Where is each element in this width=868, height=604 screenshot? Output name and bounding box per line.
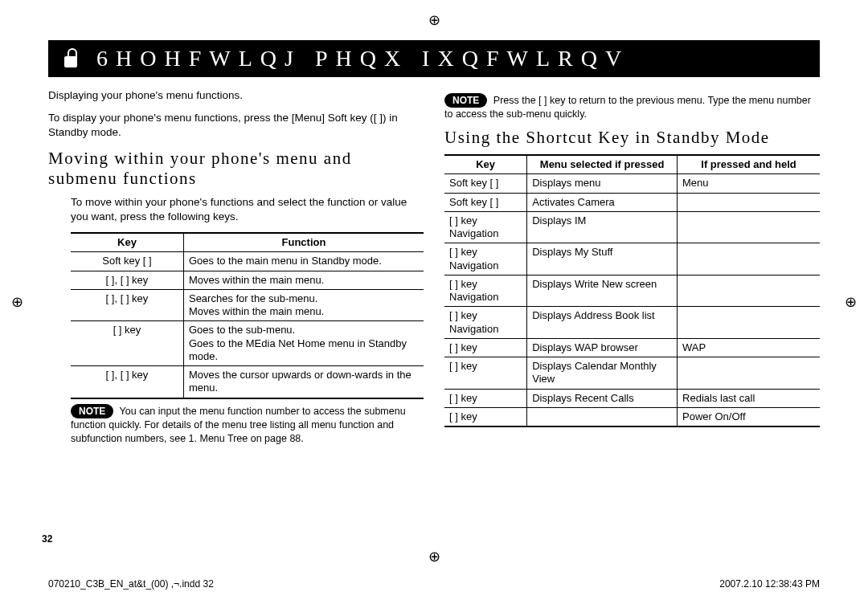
- print-footer: 070210_C3B_EN_at&t_(00) ,¬.indd 32 2007.…: [48, 578, 820, 590]
- registration-mark-right: ⊕: [845, 293, 857, 311]
- cell-held: WAP: [678, 338, 820, 357]
- cell-key: [ ] key Navigation: [444, 307, 527, 339]
- cell-key: Soft key [ ]: [444, 193, 527, 211]
- cell-menu: Displays Address Book list: [527, 307, 678, 339]
- page-title: 6HOHFWLQJ PHQX IXQFWLRQV: [96, 46, 629, 71]
- table-row: [ ] keyDisplays Calendar Monthly View: [444, 357, 820, 390]
- cell-menu: Displays My Stuff: [527, 243, 678, 275]
- table-row: [ ], [ ] key Searches for the sub-menu. …: [71, 289, 424, 321]
- subheading-shortcut: Using the Shortcut Key in Standby Mode: [444, 128, 820, 148]
- table-row: [ ] key NavigationDisplays IM: [444, 211, 820, 243]
- col-key: Key: [71, 233, 183, 252]
- key-function-table: Key Function Soft key [ ] Goes to the ma…: [71, 232, 424, 399]
- col-key: Key: [444, 155, 527, 174]
- cell-held: Power On/Off: [678, 407, 820, 426]
- table-row: [ ] key NavigationDisplays Write New scr…: [444, 275, 820, 307]
- cell-key: [ ] key Navigation: [444, 275, 527, 307]
- intro-text-1: Displaying your phone's menu functions.: [48, 88, 424, 103]
- cell-menu: Displays Recent Calls: [527, 389, 678, 407]
- table-header-row: Key Function: [71, 233, 424, 252]
- cell-key: [ ] key Navigation: [444, 211, 527, 243]
- cell-held: [678, 211, 820, 243]
- cell-key: [ ] key: [71, 321, 183, 366]
- note-block: NOTE You can input the menu function num…: [71, 404, 424, 446]
- cell-held: [678, 193, 820, 211]
- registration-mark-bottom: ⊕: [428, 548, 440, 565]
- cell-menu: [527, 407, 678, 426]
- cell-function: Moves within the main menu.: [183, 271, 424, 289]
- page-number: 32: [42, 533, 52, 545]
- table-row: [ ] keyDisplays Recent CallsRedials last…: [444, 389, 820, 407]
- cell-menu: Displays IM: [527, 211, 678, 243]
- footer-left: 070210_C3B_EN_at&t_(00) ,¬.indd 32: [48, 578, 214, 590]
- table-row: Soft key [ ]Displays menuMenu: [444, 174, 820, 193]
- table-row: Soft key [ ] Goes to the main menu in St…: [71, 252, 424, 271]
- cell-key: Soft key [ ]: [444, 174, 527, 193]
- cell-menu: Displays Write New screen: [527, 275, 678, 307]
- cell-held: Menu: [678, 174, 820, 193]
- table-header-row: Key Menu selected if pressed If pressed …: [444, 155, 820, 174]
- cell-key: [ ], [ ] key: [71, 366, 183, 398]
- cell-held: [678, 243, 820, 275]
- note-text: Press the [ ] key to return to the previ…: [444, 95, 811, 120]
- intro-text-2: To display your phone's menu functions, …: [48, 111, 424, 140]
- cell-menu: Displays WAP browser: [527, 338, 678, 357]
- cell-key: [ ] key Navigation: [444, 243, 527, 275]
- col-menu-pressed: Menu selected if pressed: [527, 155, 678, 174]
- col-function: Function: [183, 233, 424, 252]
- cell-function: Goes to the main menu in Standby mode.: [183, 252, 424, 271]
- cell-menu: Displays Calendar Monthly View: [527, 357, 678, 390]
- cell-held: [678, 307, 820, 339]
- registration-mark-top: ⊕: [428, 11, 440, 29]
- cell-key: [ ], [ ] key: [71, 271, 183, 289]
- note-text: You can input the menu function number t…: [71, 406, 406, 444]
- cell-key: [ ], [ ] key: [71, 289, 183, 321]
- cell-function: Goes to the sub-menu. Goes to the MEdia …: [183, 321, 424, 366]
- shortcut-key-table: Key Menu selected if pressed If pressed …: [444, 154, 820, 427]
- cell-key: [ ] key: [444, 407, 527, 426]
- cell-key: Soft key [ ]: [71, 252, 183, 271]
- table-row: [ ] keyPower On/Off: [444, 407, 820, 426]
- table-row: [ ] keyDisplays WAP browserWAP: [444, 338, 820, 357]
- table-row: [ ] key NavigationDisplays My Stuff: [444, 243, 820, 275]
- cell-function: Searches for the sub-menu. Moves within …: [183, 289, 424, 321]
- cell-key: [ ] key: [444, 357, 527, 390]
- subheading-moving: Moving within your phone's menu and subm…: [48, 149, 424, 189]
- note-badge: NOTE: [71, 404, 113, 418]
- lock-icon: [64, 48, 80, 69]
- page-header: 6HOHFWLQJ PHQX IXQFWLRQV: [48, 40, 820, 77]
- cell-held: [678, 275, 820, 307]
- cell-held: [678, 357, 820, 390]
- note-block: NOTE Press the [ ] key to return to the …: [444, 93, 820, 121]
- footer-right: 2007.2.10 12:38:43 PM: [719, 578, 820, 590]
- table-row: Soft key [ ]Activates Camera: [444, 193, 820, 211]
- note-badge: NOTE: [444, 93, 487, 108]
- cell-menu: Activates Camera: [527, 193, 678, 211]
- table-row: [ ] key NavigationDisplays Address Book …: [444, 307, 820, 339]
- registration-mark-left: ⊕: [11, 293, 23, 311]
- left-column: Displaying your phone's menu functions. …: [48, 88, 424, 452]
- cell-menu: Displays menu: [527, 174, 678, 193]
- cell-held: Redials last call: [678, 389, 820, 407]
- cell-key: [ ] key: [444, 338, 527, 357]
- col-pressed-held: If pressed and held: [678, 155, 820, 174]
- cell-key: [ ] key: [444, 389, 527, 407]
- cell-function: Moves the cursor upwards or down-wards i…: [183, 366, 424, 398]
- right-column: NOTE Press the [ ] key to return to the …: [444, 88, 820, 452]
- intro-text-3: To move within your phone's functions an…: [71, 195, 424, 224]
- table-row: [ ], [ ] key Moves the cursor upwards or…: [71, 366, 424, 398]
- table-row: [ ], [ ] key Moves within the main menu.: [71, 271, 424, 289]
- table-row: [ ] key Goes to the sub-menu. Goes to th…: [71, 321, 424, 366]
